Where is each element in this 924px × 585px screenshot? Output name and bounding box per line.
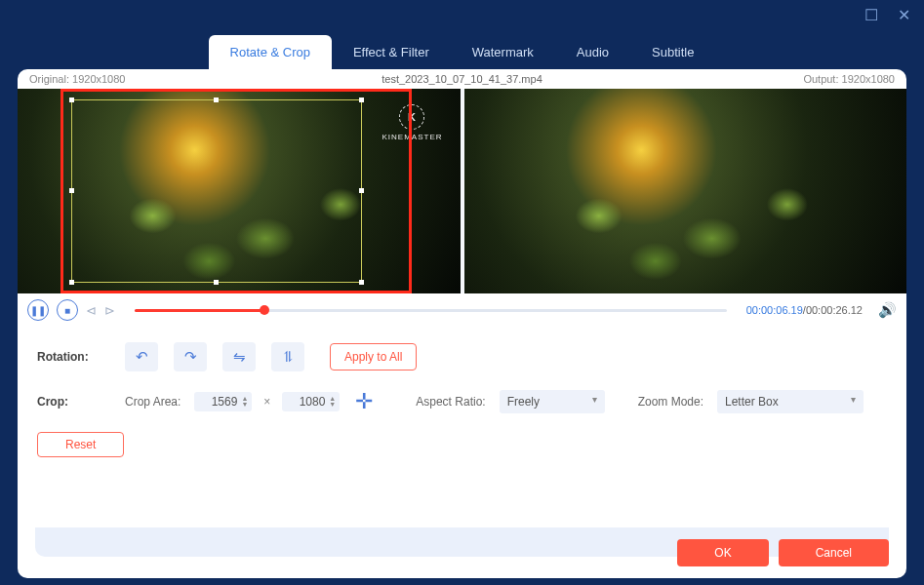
crop-area-label: Crop Area: xyxy=(125,395,181,409)
tab-audio[interactable]: Audio xyxy=(555,35,630,69)
stop-button[interactable]: ■ xyxy=(57,299,78,321)
reset-button[interactable]: Reset xyxy=(37,432,124,457)
tab-bar: Rotate & Crop Effect & Filter Watermark … xyxy=(0,35,924,69)
output-resolution: Output: 1920x1080 xyxy=(803,73,895,85)
crop-width-input[interactable] xyxy=(202,395,237,409)
next-frame-button[interactable]: ⊳ xyxy=(104,303,115,318)
cancel-button[interactable]: Cancel xyxy=(779,539,889,566)
flip-vertical-button[interactable]: ⥮ xyxy=(271,342,304,371)
aspect-ratio-label: Aspect Ratio: xyxy=(416,395,485,409)
crop-width-stepper[interactable]: ▲▼ xyxy=(194,392,252,411)
original-resolution: Original: 1920x1080 xyxy=(29,73,125,85)
times-icon: × xyxy=(263,395,270,409)
tab-watermark[interactable]: Watermark xyxy=(451,35,555,69)
crop-height-input[interactable] xyxy=(290,395,325,409)
tab-effect-filter[interactable]: Effect & Filter xyxy=(332,35,451,69)
timeline-slider[interactable] xyxy=(135,309,727,312)
zoom-mode-label: Zoom Mode: xyxy=(638,395,703,409)
pause-button[interactable]: ❚❚ xyxy=(27,299,49,321)
preview-original[interactable]: K KINEMASTER xyxy=(18,89,461,293)
volume-icon[interactable]: 🔊 xyxy=(878,301,897,319)
close-icon[interactable]: ✕ xyxy=(898,6,910,24)
center-crop-icon[interactable]: ✛ xyxy=(355,389,373,414)
rotate-left-button[interactable]: ↶ xyxy=(125,342,158,371)
video-watermark: K KINEMASTER xyxy=(382,104,442,141)
rotate-right-button[interactable]: ↷ xyxy=(174,342,207,371)
ok-button[interactable]: OK xyxy=(677,539,768,566)
zoom-mode-select[interactable]: Letter Box xyxy=(717,390,864,413)
prev-frame-button[interactable]: ⊲ xyxy=(86,303,97,318)
flip-horizontal-button[interactable]: ⇋ xyxy=(222,342,256,371)
tab-rotate-crop[interactable]: Rotate & Crop xyxy=(209,35,332,69)
editor-panel: Original: 1920x1080 test_2023_10_07_10_4… xyxy=(18,69,906,578)
preview-output xyxy=(464,89,907,293)
apply-to-all-button[interactable]: Apply to All xyxy=(330,343,417,370)
time-display: 00:00:06.19/00:00:26.12 xyxy=(746,304,863,316)
tab-subtitle[interactable]: Subtitle xyxy=(630,35,715,69)
aspect-ratio-select[interactable]: Freely xyxy=(500,390,605,413)
rotation-label: Rotation: xyxy=(37,350,115,364)
maximize-icon[interactable]: ☐ xyxy=(864,6,878,24)
filename-label: test_2023_10_07_10_41_37.mp4 xyxy=(382,73,542,85)
crop-label: Crop: xyxy=(37,395,115,409)
crop-height-stepper[interactable]: ▲▼ xyxy=(282,392,340,411)
